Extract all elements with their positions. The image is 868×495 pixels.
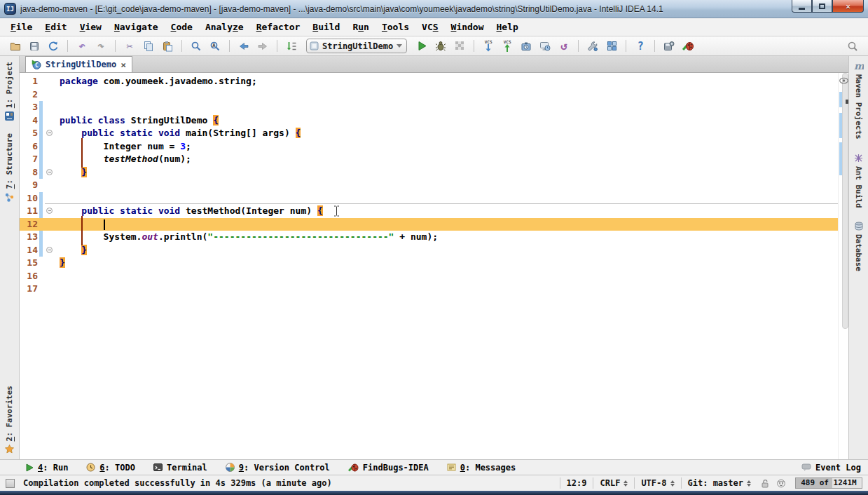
line-number[interactable]: 2: [22, 88, 38, 102]
caret-position-widget[interactable]: 12:9: [560, 477, 593, 489]
menu-run[interactable]: Run: [346, 20, 375, 34]
tab-close-icon[interactable]: ×: [120, 60, 126, 69]
tool-button-database[interactable]: Database: [854, 220, 863, 273]
toggle-toolwindows-icon[interactable]: [6, 479, 15, 488]
menu-view[interactable]: View: [74, 20, 108, 34]
minimize-button[interactable]: [792, 0, 812, 13]
recent-changes-icon[interactable]: [537, 38, 553, 55]
code-lines[interactable]: package com.youmeek.javademo.string;publ…: [60, 75, 438, 296]
encoding-widget[interactable]: UTF-8: [634, 477, 680, 489]
tool-button-2-favorites[interactable]: 2: Favorites: [5, 384, 14, 455]
tab-stringutildemo[interactable]: C StringUtilDemo ×: [25, 56, 132, 72]
tool-button-7-structure[interactable]: 7: Structure: [5, 132, 14, 203]
line-number[interactable]: 10: [22, 192, 38, 205]
vcs-branch-widget[interactable]: Git: master: [681, 477, 757, 489]
line-separator-widget[interactable]: CRLF: [593, 477, 634, 489]
replace-icon[interactable]: A: [207, 38, 223, 55]
tool-button-1-project[interactable]: 1: Project: [5, 60, 14, 122]
line-number[interactable]: 17: [22, 283, 38, 296]
menu-window[interactable]: Window: [445, 20, 490, 34]
code-line[interactable]: [60, 101, 438, 114]
close-button[interactable]: ✕: [832, 0, 864, 13]
line-number[interactable]: 9: [22, 179, 38, 192]
tool-button-9-version-control[interactable]: 9: Version Control: [226, 463, 330, 473]
copy-icon[interactable]: [140, 38, 157, 55]
line-number[interactable]: 15: [22, 257, 38, 270]
fold-marker-icon[interactable]: [46, 130, 53, 136]
code-line[interactable]: [60, 218, 438, 231]
code-editor[interactable]: 1234567891011121314151617 package com.yo…: [20, 73, 848, 459]
tool-button-0-messages[interactable]: 0: Messages: [447, 463, 516, 473]
maximize-button[interactable]: [812, 0, 832, 13]
line-number[interactable]: 16: [22, 270, 38, 283]
code-line[interactable]: package com.youmeek.javademo.string;: [60, 75, 438, 88]
code-line[interactable]: }: [60, 244, 438, 257]
help-icon[interactable]: ?: [632, 38, 649, 55]
memory-indicator[interactable]: 489 of 1241M: [795, 477, 862, 489]
menu-file[interactable]: File: [4, 20, 39, 34]
sort-lines-icon[interactable]: [283, 38, 300, 55]
inspections-eye-icon[interactable]: [839, 75, 848, 88]
menu-navigate[interactable]: Navigate: [108, 20, 165, 34]
undo-icon[interactable]: ↶: [74, 38, 90, 55]
gutter-numbers[interactable]: 1234567891011121314151617: [22, 75, 38, 296]
tool-button-6-todo[interactable]: 6: TODO: [86, 463, 135, 473]
line-number[interactable]: 11: [22, 205, 38, 218]
run-configuration-select[interactable]: StringUtilDemo: [306, 39, 407, 53]
tool-button-findbugs-idea[interactable]: FindBugs-IDEA: [348, 463, 429, 473]
menu-vcs[interactable]: VCS: [415, 20, 444, 34]
find-icon[interactable]: [188, 38, 205, 55]
export-settings-icon[interactable]: [661, 38, 677, 55]
run-with-coverage-icon[interactable]: [451, 38, 468, 55]
menu-tools[interactable]: Tools: [376, 20, 415, 34]
menu-edit[interactable]: Edit: [39, 20, 73, 34]
menu-analyze[interactable]: Analyze: [199, 20, 250, 34]
code-line[interactable]: }: [60, 257, 438, 270]
line-number[interactable]: 14: [22, 244, 38, 257]
menu-build[interactable]: Build: [306, 20, 346, 34]
findbugs-analyze-icon[interactable]: [680, 38, 696, 55]
error-stripe[interactable]: [838, 73, 848, 459]
line-number[interactable]: 6: [22, 140, 38, 154]
code-line[interactable]: [60, 270, 438, 283]
code-line[interactable]: [60, 88, 438, 102]
rollback-icon[interactable]: ↺: [556, 38, 572, 55]
code-line[interactable]: public static void main(String[] args) {: [60, 127, 438, 140]
fold-marker-icon[interactable]: [46, 247, 53, 253]
paste-icon[interactable]: [159, 38, 176, 55]
code-line[interactable]: public class StringUtilDemo {: [60, 114, 438, 128]
line-number[interactable]: 4: [22, 114, 38, 128]
save-all-icon[interactable]: [26, 38, 43, 55]
tool-button-ant-build[interactable]: Ant Build: [854, 152, 863, 210]
lock-icon[interactable]: [757, 479, 773, 488]
cut-icon[interactable]: ✂: [121, 38, 138, 55]
tool-button-terminal[interactable]: Terminal: [153, 463, 207, 473]
code-line[interactable]: [60, 192, 438, 205]
redo-icon[interactable]: ↷: [92, 38, 109, 55]
fold-marker-icon[interactable]: [46, 208, 53, 214]
fold-marker-icon[interactable]: [46, 169, 53, 175]
synchronize-icon[interactable]: [45, 38, 62, 55]
code-line[interactable]: }: [60, 166, 438, 179]
line-number[interactable]: 8: [22, 166, 38, 179]
code-line[interactable]: [60, 179, 438, 192]
tool-button-4-run[interactable]: 4: Run: [25, 463, 68, 473]
tool-button-maven-projects[interactable]: mMaven Projects: [854, 60, 864, 141]
code-line[interactable]: testMethod(num);: [60, 153, 438, 166]
scrollbar-thumb[interactable]: [842, 73, 848, 329]
debug-icon[interactable]: [432, 38, 449, 55]
navigate-back-icon[interactable]: [235, 38, 252, 55]
open-folder-icon[interactable]: [7, 38, 24, 55]
code-line[interactable]: [60, 283, 438, 296]
vcs-update-icon[interactable]: VCS: [480, 38, 497, 55]
run-icon[interactable]: [413, 38, 430, 55]
code-line[interactable]: System.out.println("--------------------…: [60, 231, 438, 244]
menu-code[interactable]: Code: [165, 20, 199, 34]
menu-refactor[interactable]: Refactor: [250, 20, 307, 34]
hector-inspector-icon[interactable]: [773, 478, 790, 488]
project-structure-icon[interactable]: [603, 38, 620, 55]
code-line[interactable]: public static void testMethod(Integer nu…: [60, 205, 438, 218]
line-number[interactable]: 12: [22, 218, 38, 231]
code-line[interactable]: Integer num = 3;: [60, 140, 438, 154]
tool-button-event-log[interactable]: Event Log: [801, 463, 861, 473]
